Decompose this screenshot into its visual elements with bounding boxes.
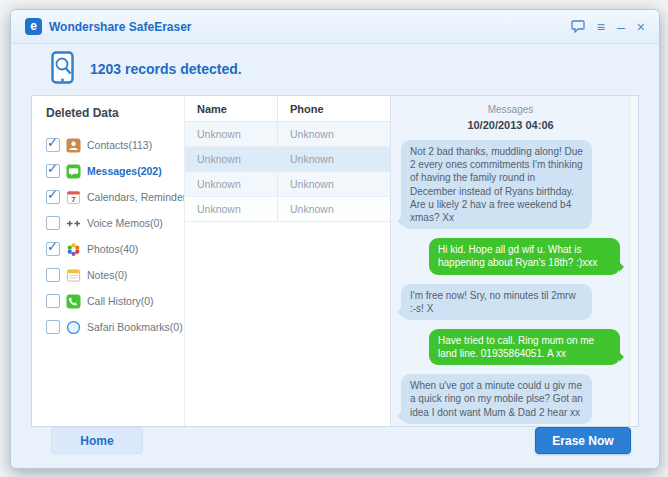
sidebar-item-voice-memos[interactable]: ✓ Voice Memos(0) — [46, 210, 184, 236]
cell-phone: Unknown — [278, 197, 390, 221]
message-bubble: When u've got a minute could u giv me a … — [401, 374, 592, 424]
app-logo-icon: e — [25, 18, 42, 35]
messages-scrollbar[interactable] — [629, 96, 638, 426]
sidebar-item-label: Notes(0) — [87, 269, 127, 281]
photos-icon — [66, 242, 81, 257]
conversation-date: 10/20/2013 04:06 — [401, 119, 620, 131]
messages-preview-panel: Messages 10/20/2013 04:06 Not 2 bad than… — [390, 96, 638, 426]
cell-name: Unknown — [185, 147, 278, 171]
home-button[interactable]: Home — [51, 427, 143, 454]
sidebar-title: Deleted Data — [46, 106, 184, 120]
voice-memo-icon — [66, 216, 81, 231]
sidebar-item-label: Safari Bookmarks(0) — [87, 321, 183, 333]
app-window: e Wondershare SafeEraser ≡ – × 1203 reco… — [10, 9, 660, 469]
contacts-checkbox[interactable]: ✓ — [46, 138, 60, 152]
table-row[interactable]: Unknown Unknown — [185, 147, 390, 172]
sidebar-item-safari-bookmarks[interactable]: ✓ Safari Bookmarks(0) — [46, 314, 184, 340]
calendar-icon: 7 — [66, 190, 81, 205]
cell-phone: Unknown — [278, 172, 390, 196]
sidebar-item-label: Photos(40) — [87, 243, 138, 255]
menu-icon[interactable]: ≡ — [597, 20, 605, 34]
message-bubble: I'm free now! Sry, no minutes til 2mrw :… — [401, 284, 592, 320]
safari-bookmarks-checkbox[interactable]: ✓ — [46, 320, 60, 334]
safari-icon — [66, 320, 81, 335]
cell-name: Unknown — [185, 122, 278, 146]
messages-checkbox[interactable]: ✓ — [46, 164, 60, 178]
messages-panel-title: Messages — [401, 104, 620, 115]
call-history-checkbox[interactable]: ✓ — [46, 294, 60, 308]
table-row[interactable]: Unknown Unknown — [185, 172, 390, 197]
cell-name: Unknown — [185, 172, 278, 196]
notes-icon — [66, 268, 81, 283]
sidebar-item-label: Messages(202) — [87, 165, 162, 177]
sidebar-item-label: Contacts(113) — [87, 139, 152, 151]
sidebar-item-photos[interactable]: ✓ Photos(40) — [46, 236, 184, 262]
cell-name: Unknown — [185, 197, 278, 221]
calendars-checkbox[interactable]: ✓ — [46, 190, 60, 204]
minimize-button[interactable]: – — [617, 20, 625, 34]
deleted-data-sidebar: Deleted Data ✓ Contacts(113) ✓ Messages(… — [32, 96, 184, 426]
message-bubble: Hi kid. Hope all gd wif u. What is happe… — [429, 238, 620, 274]
table-row[interactable]: Unknown Unknown — [185, 197, 390, 222]
feedback-icon[interactable] — [571, 20, 585, 33]
contacts-icon — [66, 138, 81, 153]
table-row[interactable]: Unknown Unknown — [185, 122, 390, 147]
cell-phone: Unknown — [278, 122, 390, 146]
window-controls: ≡ – × — [571, 20, 645, 34]
detection-header: 1203 records detected. — [11, 44, 659, 94]
notes-checkbox[interactable]: ✓ — [46, 268, 60, 282]
column-header-phone[interactable]: Phone — [278, 96, 390, 121]
close-button[interactable]: × — [637, 20, 645, 34]
svg-text:7: 7 — [71, 194, 76, 203]
contacts-table: Name Phone Unknown Unknown Unknown Unkno… — [184, 96, 390, 426]
column-header-name[interactable]: Name — [185, 96, 278, 121]
photos-checkbox[interactable]: ✓ — [46, 242, 60, 256]
table-header: Name Phone — [185, 96, 390, 122]
sidebar-item-call-history[interactable]: ✓ Call History(0) — [46, 288, 184, 314]
records-detected-text: 1203 records detected. — [90, 61, 242, 77]
title-bar: e Wondershare SafeEraser ≡ – × — [11, 10, 659, 44]
sidebar-item-messages[interactable]: ✓ Messages(202) — [46, 158, 184, 184]
sidebar-item-contacts[interactable]: ✓ Contacts(113) — [46, 132, 184, 158]
main-panel: Deleted Data ✓ Contacts(113) ✓ Messages(… — [31, 95, 639, 427]
call-history-icon — [66, 294, 81, 309]
message-bubble: Have tried to call. Ring mum on me land … — [429, 329, 620, 365]
phone-search-icon — [51, 51, 76, 88]
messages-icon — [66, 164, 81, 179]
sidebar-item-calendars[interactable]: ✓ 7 Calendars, Reminders(848) — [46, 184, 184, 210]
sidebar-item-notes[interactable]: ✓ Notes(0) — [46, 262, 184, 288]
footer-bar: Home Erase Now — [31, 427, 639, 455]
cell-phone: Unknown — [278, 147, 390, 171]
sidebar-item-label: Voice Memos(0) — [87, 217, 163, 229]
sidebar-item-label: Call History(0) — [87, 295, 154, 307]
erase-now-button[interactable]: Erase Now — [535, 427, 631, 454]
app-title: Wondershare SafeEraser — [49, 20, 192, 34]
message-bubble: Not 2 bad thanks, muddling along! Due 2 … — [401, 140, 592, 229]
voice-memos-checkbox[interactable]: ✓ — [46, 216, 60, 230]
